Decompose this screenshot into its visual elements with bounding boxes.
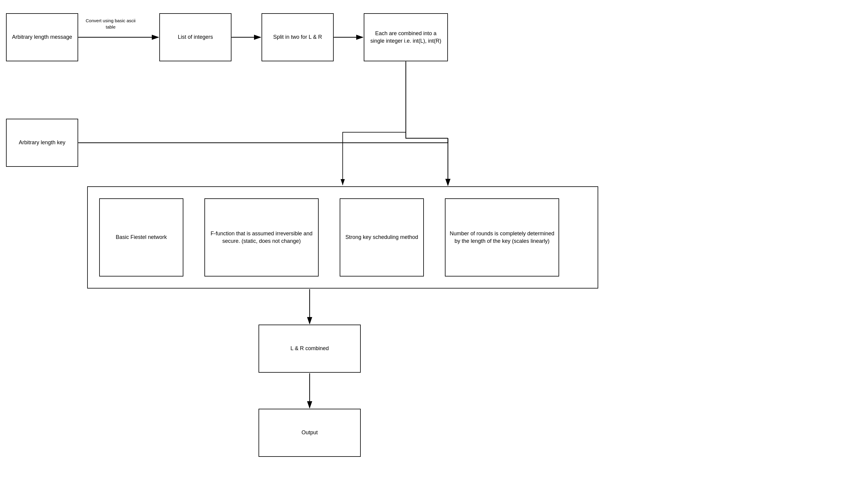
box-arbitrary-key: Arbitrary length key [6, 119, 78, 167]
box-num-rounds: Number of rounds is completely determine… [445, 198, 559, 276]
box-arbitrary-message: Arbitrary length message [6, 13, 78, 61]
convert-label: Convert using basic ascii table [80, 17, 141, 30]
box-lr-combined: L & R combined [258, 325, 361, 373]
box-strong-key: Strong key scheduling method [340, 198, 424, 276]
box-f-function: F-function that is assumed irreversible … [204, 198, 319, 276]
box-each-combined: Each are combined into a single integer … [364, 13, 448, 61]
diagram-container: Convert using basic ascii table Arbitrar… [0, 0, 842, 504]
arrow-5 [79, 138, 448, 143]
box-list-integers: List of integers [159, 13, 231, 61]
arrow-combined-to-feistel [343, 61, 406, 185]
arrow-4 [406, 62, 448, 138]
box-split-two: Split in two for L & R [262, 13, 334, 61]
box-output: Output [258, 409, 361, 457]
box-basic-feistel: Basic Fiestel network [99, 198, 183, 276]
